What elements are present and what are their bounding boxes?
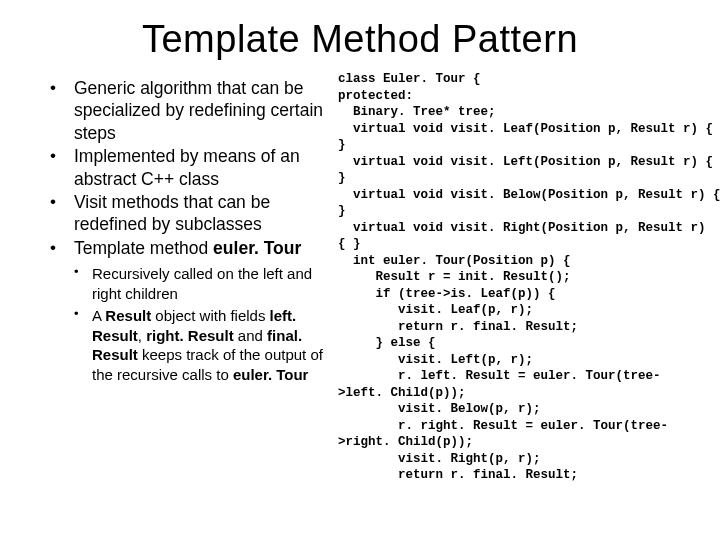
sub-bullet-1: Recursively called on the left and right… [72, 264, 336, 303]
code-l08: virtual void visit. Below(Position p, Re… [338, 188, 720, 202]
s2-a: A [92, 307, 105, 324]
bullet-3: Visit methods that can be redefined by s… [46, 191, 336, 236]
code-l19: r. left. Result = euler. Tour(tree- [338, 369, 661, 383]
code-l14: if (tree->is. Leaf(p)) { [338, 287, 556, 301]
code-l04: virtual void visit. Leaf(Position p, Res… [338, 122, 713, 136]
code-l11: { } [338, 237, 361, 251]
code-l20: >left. Child(p)); [338, 386, 466, 400]
code-l16: return r. final. Result; [338, 320, 578, 334]
bullet-4-text: Template method [74, 238, 213, 258]
s2-c: , [138, 327, 146, 344]
code-l12: int euler. Tour(Position p) { [338, 254, 571, 268]
bullet-4: Template method euler. Tour [46, 237, 336, 259]
code-l13: Result r = init. Result(); [338, 270, 571, 284]
code-l10: virtual void visit. Right(Position p, Re… [338, 221, 706, 235]
code-l24: visit. Right(p, r); [338, 452, 541, 466]
code-l22: r. right. Result = euler. Tour(tree- [338, 419, 668, 433]
code-l06: virtual void visit. Left(Position p, Res… [338, 155, 713, 169]
bullet-1: Generic algorithm that can be specialize… [46, 77, 336, 144]
code-l02: protected: [338, 89, 413, 103]
bullet-4-code: euler. Tour [213, 238, 301, 258]
main-bullet-list: Generic algorithm that can be specialize… [46, 71, 336, 259]
code-l21: visit. Below(p, r); [338, 402, 541, 416]
code-l17: } else { [338, 336, 436, 350]
bullet-2: Implemented by means of an abstract C++ … [46, 145, 336, 190]
code-column: class Euler. Tour { protected: Binary. T… [336, 71, 720, 484]
code-l18: visit. Left(p, r); [338, 353, 533, 367]
slide-title: Template Method Pattern [0, 0, 720, 71]
s2-d: and [234, 327, 267, 344]
code-l09: } [338, 204, 346, 218]
slide-body: Generic algorithm that can be specialize… [0, 71, 720, 484]
code-l07: } [338, 171, 346, 185]
s2-result: Result [105, 307, 151, 324]
code-l25: return r. final. Result; [338, 468, 578, 482]
s2-euler: euler. Tour [233, 366, 309, 383]
s2-right: right. Result [146, 327, 234, 344]
bullets-column: Generic algorithm that can be specialize… [46, 71, 336, 484]
sub-bullet-list: Recursively called on the left and right… [46, 260, 336, 384]
code-l03: Binary. Tree* tree; [338, 105, 496, 119]
code-l15: visit. Leaf(p, r); [338, 303, 533, 317]
code-l23: >right. Child(p)); [338, 435, 473, 449]
code-l05: } [338, 138, 346, 152]
sub-bullet-2: A Result object with fields left. Result… [72, 306, 336, 384]
code-l01: class Euler. Tour { [338, 72, 481, 86]
s2-b: object with fields [151, 307, 269, 324]
